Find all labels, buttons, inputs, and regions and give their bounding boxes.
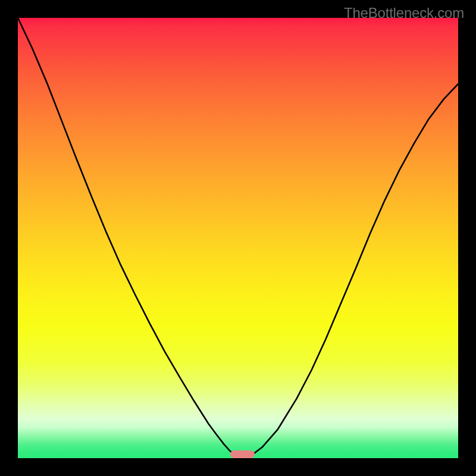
watermark-text: TheBottleneck.com: [344, 5, 464, 21]
plot-area: [18, 18, 458, 458]
optimum-marker: [230, 450, 255, 458]
curve-svg: [18, 18, 458, 458]
bottleneck-curve: [18, 18, 458, 458]
chart-container: TheBottleneck.com: [0, 0, 476, 476]
